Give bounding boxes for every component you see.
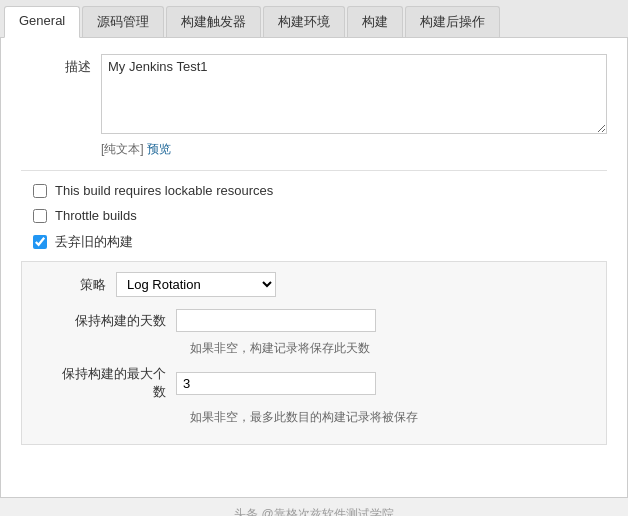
watermark: 头条 @靠格次兹软件测试学院: [0, 498, 628, 516]
discard-builds-row: 丢弃旧的构建: [21, 233, 607, 251]
keep-max-hint: 如果非空，最多此数目的构建记录将被保存: [36, 409, 592, 426]
keep-days-label: 保持构建的天数: [56, 312, 176, 330]
tab-post[interactable]: 构建后操作: [405, 6, 500, 37]
throttle-builds-checkbox[interactable]: [33, 209, 47, 223]
strategy-label: 策略: [36, 276, 116, 294]
keep-max-input[interactable]: [176, 372, 376, 395]
tab-source[interactable]: 源码管理: [82, 6, 164, 37]
tab-env[interactable]: 构建环境: [263, 6, 345, 37]
throttle-builds-row: Throttle builds: [21, 208, 607, 223]
discard-builds-label: 丢弃旧的构建: [55, 233, 133, 251]
keep-max-label: 保持构建的最大个数: [56, 365, 176, 401]
description-row: 描述 My Jenkins Test1 [纯文本] 预览: [21, 54, 607, 158]
text-format-label: [纯文本]: [101, 142, 144, 156]
tab-build[interactable]: 构建: [347, 6, 403, 37]
tab-bar: General 源码管理 构建触发器 构建环境 构建 构建后操作: [0, 0, 628, 38]
lockable-resources-checkbox[interactable]: [33, 184, 47, 198]
keep-days-row: 保持构建的天数: [36, 309, 592, 332]
discard-builds-checkbox[interactable]: [33, 235, 47, 249]
description-input[interactable]: My Jenkins Test1: [101, 54, 607, 134]
tab-trigger[interactable]: 构建触发器: [166, 6, 261, 37]
text-format-links: [纯文本] 预览: [101, 141, 607, 158]
tab-general[interactable]: General: [4, 6, 80, 38]
description-label: 描述: [21, 54, 101, 76]
lockable-resources-row: This build requires lockable resources: [21, 183, 607, 198]
keep-days-hint: 如果非空，构建记录将保存此天数: [36, 340, 592, 357]
divider-1: [21, 170, 607, 171]
strategy-select[interactable]: Log Rotation: [116, 272, 276, 297]
keep-days-input[interactable]: [176, 309, 376, 332]
content-area: 描述 My Jenkins Test1 [纯文本] 预览 This build …: [0, 38, 628, 498]
description-field: My Jenkins Test1 [纯文本] 预览: [101, 54, 607, 158]
strategy-row: 策略 Log Rotation: [36, 272, 592, 297]
keep-max-row: 保持构建的最大个数: [36, 365, 592, 401]
lockable-resources-label: This build requires lockable resources: [55, 183, 273, 198]
throttle-builds-label: Throttle builds: [55, 208, 137, 223]
preview-link[interactable]: 预览: [147, 142, 171, 156]
discard-section: 策略 Log Rotation 保持构建的天数 如果非空，构建记录将保存此天数 …: [21, 261, 607, 445]
